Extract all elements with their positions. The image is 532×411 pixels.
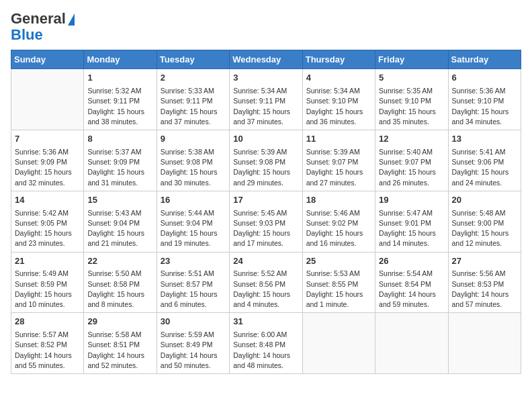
calendar-table: SundayMondayTuesdayWednesdayThursdayFrid… [11,50,521,374]
cell-content: Sunrise: 5:57 AM Sunset: 8:52 PM Dayligh… [15,330,80,371]
day-number: 15 [87,194,152,207]
cell-content: Sunrise: 5:50 AM Sunset: 8:58 PM Dayligh… [87,269,152,310]
calendar-cell: 2Sunrise: 5:33 AM Sunset: 9:11 PM Daylig… [157,69,229,130]
cell-content: Sunrise: 5:34 AM Sunset: 9:11 PM Dayligh… [233,86,298,127]
calendar-cell: 3Sunrise: 5:34 AM Sunset: 9:11 PM Daylig… [230,69,302,130]
calendar-cell [448,313,521,374]
logo: General Blue [11,11,75,43]
calendar-cell: 18Sunrise: 5:46 AM Sunset: 9:02 PM Dayli… [302,191,375,252]
cell-content: Sunrise: 5:43 AM Sunset: 9:04 PM Dayligh… [87,208,152,249]
cell-content: Sunrise: 5:47 AM Sunset: 9:01 PM Dayligh… [379,208,444,249]
calendar-cell: 14Sunrise: 5:42 AM Sunset: 9:05 PM Dayli… [11,191,84,252]
calendar-cell: 20Sunrise: 5:48 AM Sunset: 9:00 PM Dayli… [448,191,521,252]
calendar-cell: 22Sunrise: 5:50 AM Sunset: 8:58 PM Dayli… [84,252,157,313]
cell-content: Sunrise: 5:58 AM Sunset: 8:51 PM Dayligh… [87,330,152,371]
calendar-cell: 13Sunrise: 5:41 AM Sunset: 9:06 PM Dayli… [448,130,521,191]
day-number: 11 [306,133,371,146]
cell-content: Sunrise: 5:32 AM Sunset: 9:11 PM Dayligh… [87,86,152,127]
cell-content: Sunrise: 5:37 AM Sunset: 9:09 PM Dayligh… [87,147,152,188]
logo-blue-text: Blue [11,26,43,43]
cell-content: Sunrise: 5:49 AM Sunset: 8:59 PM Dayligh… [15,269,80,310]
calendar-cell [375,313,448,374]
day-number: 8 [87,133,152,146]
logo-text: General [11,11,75,27]
cell-content: Sunrise: 5:36 AM Sunset: 9:10 PM Dayligh… [452,86,517,127]
calendar-cell: 17Sunrise: 5:45 AM Sunset: 9:03 PM Dayli… [230,191,302,252]
day-number: 19 [379,194,444,207]
calendar-cell: 30Sunrise: 5:59 AM Sunset: 8:49 PM Dayli… [157,313,229,374]
day-number: 26 [379,255,444,268]
calendar-cell: 25Sunrise: 5:53 AM Sunset: 8:55 PM Dayli… [302,252,375,313]
day-number: 21 [15,255,80,268]
cell-content: Sunrise: 5:42 AM Sunset: 9:05 PM Dayligh… [15,208,80,249]
day-number: 3 [233,72,298,85]
cell-content: Sunrise: 5:52 AM Sunset: 8:56 PM Dayligh… [233,269,298,310]
cell-content: Sunrise: 5:53 AM Sunset: 8:55 PM Dayligh… [306,269,371,310]
calendar-cell: 12Sunrise: 5:40 AM Sunset: 9:07 PM Dayli… [375,130,448,191]
calendar-cell: 23Sunrise: 5:51 AM Sunset: 8:57 PM Dayli… [157,252,229,313]
weekday-header-friday: Friday [375,50,448,69]
cell-content: Sunrise: 5:41 AM Sunset: 9:06 PM Dayligh… [452,147,517,188]
day-number: 22 [87,255,152,268]
calendar-cell: 16Sunrise: 5:44 AM Sunset: 9:04 PM Dayli… [157,191,229,252]
cell-content: Sunrise: 5:35 AM Sunset: 9:10 PM Dayligh… [379,86,444,127]
day-number: 14 [15,194,80,207]
weekday-header-sunday: Sunday [11,50,84,69]
calendar-cell [302,313,375,374]
cell-content: Sunrise: 5:59 AM Sunset: 8:49 PM Dayligh… [161,330,226,371]
calendar-cell: 24Sunrise: 5:52 AM Sunset: 8:56 PM Dayli… [230,252,302,313]
cell-content: Sunrise: 5:38 AM Sunset: 9:08 PM Dayligh… [161,147,226,188]
calendar-cell: 5Sunrise: 5:35 AM Sunset: 9:10 PM Daylig… [375,69,448,130]
day-number: 10 [233,133,298,146]
calendar-cell: 27Sunrise: 5:56 AM Sunset: 8:53 PM Dayli… [448,252,521,313]
weekday-header-thursday: Thursday [302,50,375,69]
page-header: General Blue [11,11,521,43]
day-number: 18 [306,194,371,207]
calendar-cell: 31Sunrise: 6:00 AM Sunset: 8:48 PM Dayli… [230,313,302,374]
day-number: 28 [15,316,80,328]
calendar-cell: 29Sunrise: 5:58 AM Sunset: 8:51 PM Dayli… [84,313,157,374]
calendar-cell: 8Sunrise: 5:37 AM Sunset: 9:09 PM Daylig… [84,130,157,191]
cell-content: Sunrise: 5:46 AM Sunset: 9:02 PM Dayligh… [306,208,371,249]
day-number: 7 [15,133,80,146]
calendar-cell: 15Sunrise: 5:43 AM Sunset: 9:04 PM Dayli… [84,191,157,252]
cell-content: Sunrise: 5:34 AM Sunset: 9:10 PM Dayligh… [306,86,371,127]
day-number: 16 [161,194,226,207]
day-number: 24 [233,255,298,268]
cell-content: Sunrise: 5:33 AM Sunset: 9:11 PM Dayligh… [161,86,226,127]
calendar-cell: 19Sunrise: 5:47 AM Sunset: 9:01 PM Dayli… [375,191,448,252]
day-number: 29 [87,316,152,328]
calendar-cell: 28Sunrise: 5:57 AM Sunset: 8:52 PM Dayli… [11,313,84,374]
weekday-header-wednesday: Wednesday [230,50,302,69]
day-number: 5 [379,72,444,85]
day-number: 30 [161,316,226,328]
calendar-cell: 11Sunrise: 5:39 AM Sunset: 9:07 PM Dayli… [302,130,375,191]
cell-content: Sunrise: 5:56 AM Sunset: 8:53 PM Dayligh… [452,269,517,310]
calendar-cell: 21Sunrise: 5:49 AM Sunset: 8:59 PM Dayli… [11,252,84,313]
calendar-cell: 6Sunrise: 5:36 AM Sunset: 9:10 PM Daylig… [448,69,521,130]
day-number: 31 [233,316,298,328]
day-number: 27 [452,255,517,268]
day-number: 1 [87,72,152,85]
day-number: 25 [306,255,371,268]
calendar-cell [11,69,84,130]
cell-content: Sunrise: 6:00 AM Sunset: 8:48 PM Dayligh… [233,330,298,371]
day-number: 23 [161,255,226,268]
calendar-cell: 7Sunrise: 5:36 AM Sunset: 9:09 PM Daylig… [11,130,84,191]
day-number: 20 [452,194,517,207]
cell-content: Sunrise: 5:36 AM Sunset: 9:09 PM Dayligh… [15,147,80,188]
calendar-cell: 9Sunrise: 5:38 AM Sunset: 9:08 PM Daylig… [157,130,229,191]
cell-content: Sunrise: 5:54 AM Sunset: 8:54 PM Dayligh… [379,269,444,310]
cell-content: Sunrise: 5:39 AM Sunset: 9:08 PM Dayligh… [233,147,298,188]
day-number: 9 [161,133,226,146]
calendar-cell: 26Sunrise: 5:54 AM Sunset: 8:54 PM Dayli… [375,252,448,313]
day-number: 13 [452,133,517,146]
cell-content: Sunrise: 5:51 AM Sunset: 8:57 PM Dayligh… [161,269,226,310]
cell-content: Sunrise: 5:48 AM Sunset: 9:00 PM Dayligh… [452,208,517,249]
weekday-header-monday: Monday [84,50,157,69]
calendar-cell: 4Sunrise: 5:34 AM Sunset: 9:10 PM Daylig… [302,69,375,130]
day-number: 6 [452,72,517,85]
weekday-header-saturday: Saturday [448,50,521,69]
day-number: 2 [161,72,226,85]
calendar-cell: 10Sunrise: 5:39 AM Sunset: 9:08 PM Dayli… [230,130,302,191]
